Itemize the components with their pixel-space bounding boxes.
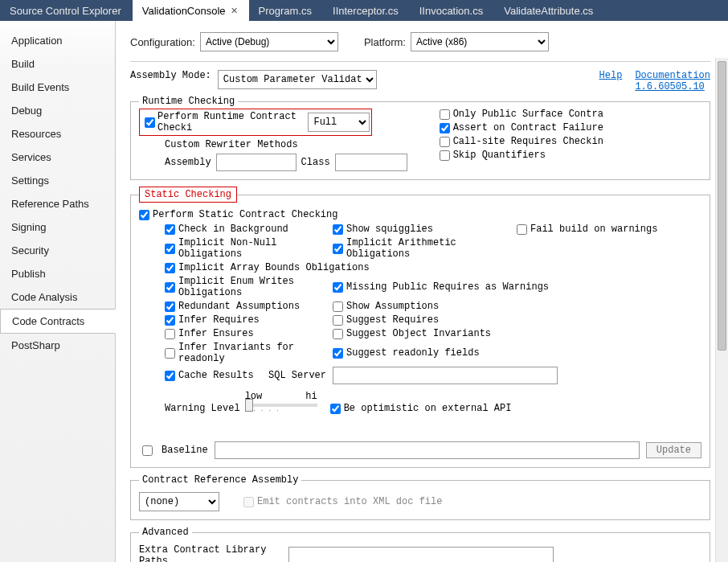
content-pane: Configuration: Active (Debug) Platform: … <box>116 21 728 562</box>
baseline-input[interactable] <box>215 441 640 459</box>
sidebar-item-postsharp[interactable]: PostSharp <box>0 334 115 357</box>
fail-build-checkbox[interactable] <box>517 224 527 235</box>
check-bg-checkbox[interactable] <box>165 224 175 235</box>
sidebar-item-reference-paths[interactable]: Reference Paths <box>0 192 115 215</box>
sidebar-item-settings[interactable]: Settings <box>0 169 115 192</box>
assembly-input[interactable] <box>216 154 297 171</box>
squigglies-checkbox[interactable] <box>333 224 343 235</box>
configuration-label: Configuration: <box>130 36 195 48</box>
tab-iinvocation[interactable]: IInvocation.cs <box>410 0 495 21</box>
platform-label: Platform: <box>364 36 406 48</box>
document-tab-bar: Source Control Explorer ValidationConsol… <box>0 0 728 21</box>
sidebar-item-security[interactable]: Security <box>0 239 115 262</box>
arith-checkbox[interactable] <box>333 244 343 254</box>
sidebar-item-services[interactable]: Services <box>0 146 115 169</box>
sidebar-item-build[interactable]: Build <box>0 52 115 76</box>
baseline-checkbox[interactable] <box>142 445 153 456</box>
perform-runtime-checkbox[interactable] <box>145 117 155 128</box>
tab-validationconsole[interactable]: ValidationConsole✕ <box>133 0 249 21</box>
optimistic-checkbox[interactable] <box>330 404 341 414</box>
help-link[interactable]: Help <box>599 70 623 92</box>
assembly-label: Assembly <box>165 157 211 168</box>
project-properties-sidebar: Application Build Build Events Debug Res… <box>0 21 116 562</box>
advanced-legend: Advanced <box>139 527 192 538</box>
documentation-link[interactable]: Documentation <box>635 70 710 81</box>
contract-ref-group: Contract Reference Assembly (none) Emit … <box>130 474 710 520</box>
tab-program[interactable]: Program.cs <box>249 0 323 21</box>
inferensures-checkbox[interactable] <box>165 329 175 339</box>
custom-rewriter-label: Custom Rewriter Methods <box>139 139 407 150</box>
inferreq-checkbox[interactable] <box>165 315 175 326</box>
cache-checkbox[interactable] <box>165 371 175 381</box>
missingreq-checkbox[interactable] <box>333 282 343 293</box>
emit-xml-checkbox <box>243 497 254 507</box>
sidebar-item-build-events[interactable]: Build Events <box>0 76 115 99</box>
runtime-level-select[interactable]: Full <box>308 113 370 132</box>
assert-checkbox[interactable] <box>440 123 450 133</box>
tab-source-control[interactable]: Source Control Explorer <box>0 0 133 21</box>
nonnull-checkbox[interactable] <box>165 244 175 254</box>
configuration-select[interactable]: Active (Debug) <box>200 32 338 51</box>
tab-validateattribute[interactable]: ValidateAttribute.cs <box>494 0 604 21</box>
extra-lib-input[interactable] <box>288 547 554 562</box>
callsite-checkbox[interactable] <box>440 137 450 147</box>
baseline-label: Baseline <box>162 445 208 456</box>
class-input[interactable] <box>335 154 407 171</box>
scrollbar-thumb[interactable] <box>718 61 726 351</box>
sidebar-item-code-analysis[interactable]: Code Analysis <box>0 285 115 309</box>
extra-lib-label: Extra Contract Library Paths <box>139 544 284 562</box>
sidebar-item-application[interactable]: Application <box>0 29 115 52</box>
only-public-checkbox[interactable] <box>440 109 450 120</box>
contract-ref-legend: Contract Reference Assembly <box>139 474 301 486</box>
suggestreq-checkbox[interactable] <box>333 315 343 326</box>
perform-static-checkbox[interactable] <box>139 210 149 220</box>
platform-select[interactable]: Active (x86) <box>411 32 549 51</box>
static-checking-group: Static Checking Perform Static Contract … <box>130 187 710 468</box>
emit-xml-label: Emit contracts into XML doc file <box>257 496 442 507</box>
vertical-scrollbar[interactable] <box>715 58 728 562</box>
sidebar-item-publish[interactable]: Publish <box>0 262 115 285</box>
sidebar-item-resources[interactable]: Resources <box>0 122 115 146</box>
assembly-mode-select[interactable]: Custom Parameter Validation <box>218 70 377 89</box>
suggestinv-checkbox[interactable] <box>333 329 343 339</box>
inferinv-checkbox[interactable] <box>165 348 175 359</box>
runtime-legend: Runtime Checking <box>139 96 238 107</box>
perform-runtime-label: Perform Runtime Contract Checki <box>157 111 308 133</box>
tab-iinterceptor[interactable]: IInterceptor.cs <box>323 0 410 21</box>
skipq-checkbox[interactable] <box>440 150 450 161</box>
warning-level-label: Warning Level <box>165 403 240 414</box>
showassump-checkbox[interactable] <box>333 302 343 312</box>
class-label: Class <box>301 157 330 168</box>
runtime-checking-group: Runtime Checking Perform Runtime Contrac… <box>130 96 710 180</box>
advanced-group: Advanced Extra Contract Library Paths Ex… <box>130 527 710 562</box>
close-icon[interactable]: ✕ <box>231 6 238 16</box>
sql-input[interactable] <box>333 367 558 384</box>
sidebar-item-debug[interactable]: Debug <box>0 99 115 122</box>
contract-ref-select[interactable]: (none) <box>139 492 219 511</box>
sql-label: SQL Server <box>268 370 326 381</box>
sidebar-item-code-contracts[interactable]: Code Contracts <box>0 309 116 334</box>
static-legend: Static Checking <box>139 187 237 203</box>
update-button[interactable]: Update <box>646 442 701 458</box>
arraybounds-checkbox[interactable] <box>165 263 175 273</box>
suggestreadonly-checkbox[interactable] <box>333 348 343 359</box>
redundant-checkbox[interactable] <box>165 302 175 312</box>
assembly-mode-label: Assembly Mode: <box>130 70 211 81</box>
version-link[interactable]: 1.6.60505.10 <box>635 81 710 92</box>
enumwrites-checkbox[interactable] <box>165 282 175 293</box>
warning-level-slider[interactable]: lowhi · · · · · <box>245 391 317 414</box>
sidebar-item-signing[interactable]: Signing <box>0 215 115 239</box>
